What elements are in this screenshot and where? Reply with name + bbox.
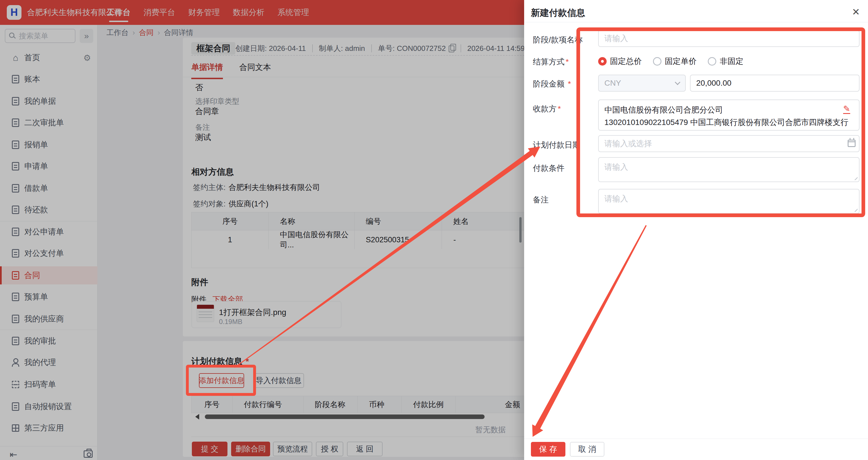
drawer-remark-textarea[interactable]: 请输入 <box>598 189 860 214</box>
modal-mask <box>0 0 524 460</box>
radio-unchecked-icon <box>653 57 661 65</box>
settle-method-radio-group: 固定总价 固定单价 非固定 <box>598 56 743 67</box>
app-root: H 合肥利夫生物科技有限公司 工作台 消费平台 财务管理 数据分析 系统管理 »… <box>0 0 868 460</box>
new-payment-drawer: 新建付款信息 ✕ 阶段/款项名称 结算方式* 固定总价 固定单价 非固定 阶段金… <box>524 0 868 460</box>
currency-select[interactable]: CNY <box>598 75 686 92</box>
payee-name: 中国电信股份有限公司合肥分公司 <box>604 105 723 115</box>
radio-unchecked-icon <box>708 57 716 65</box>
radio-non-fixed[interactable]: 非固定 <box>708 56 743 67</box>
plan-date-label: 计划付款日期 <box>533 140 580 150</box>
drawer-title: 新建付款信息 <box>531 7 585 19</box>
save-button[interactable]: 保 存 <box>531 442 565 457</box>
stage-name-input[interactable] <box>598 30 860 47</box>
pay-condition-textarea[interactable]: 请输入 <box>598 157 860 182</box>
amount-input[interactable] <box>690 75 860 92</box>
calendar-icon[interactable] <box>848 140 856 147</box>
payee-account: 1302010109022105479 中国工商银行股份有限公司合肥市四牌楼支行 <box>604 117 848 128</box>
edit-payee-icon[interactable]: ✎ <box>843 105 850 114</box>
resize-grip-icon[interactable] <box>853 207 858 212</box>
divider <box>524 438 868 439</box>
stage-name-label: 阶段/款项名称 <box>533 34 583 45</box>
resize-grip-icon[interactable] <box>853 176 858 180</box>
divider <box>524 22 868 22</box>
radio-checked-icon <box>598 57 607 65</box>
radio-fixed-total[interactable]: 固定总价 <box>598 56 642 67</box>
stage-amount-label: 阶段金额 * <box>533 79 571 89</box>
radio-fixed-unit[interactable]: 固定单价 <box>653 56 696 67</box>
pay-condition-label: 付款条件 <box>533 163 564 174</box>
close-icon[interactable]: ✕ <box>852 6 860 18</box>
chevron-down-icon <box>675 80 680 85</box>
payee-card: 中国电信股份有限公司合肥分公司 1302010109022105479 中国工商… <box>598 99 860 131</box>
cancel-button[interactable]: 取 消 <box>570 442 604 457</box>
drawer-remark-label: 备注 <box>533 195 549 205</box>
settle-method-label: 结算方式* <box>533 57 569 67</box>
payee-label: 收款方* <box>533 104 561 114</box>
plan-date-input[interactable] <box>598 135 860 152</box>
